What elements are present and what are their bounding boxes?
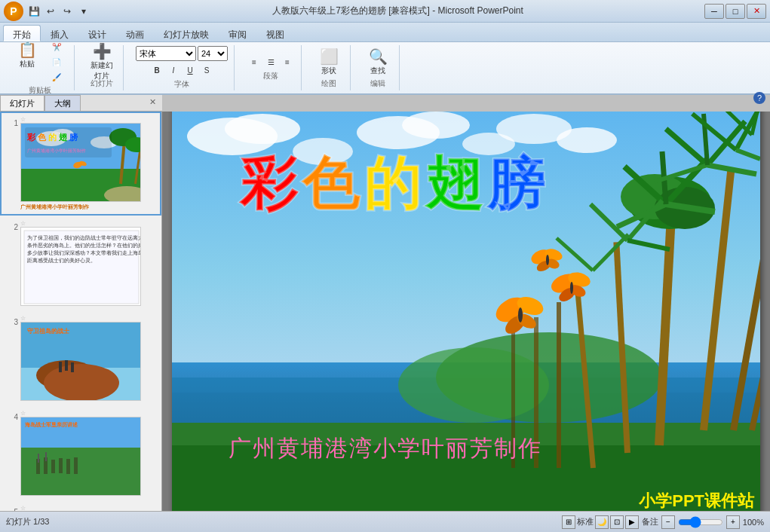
window-title: 人教版六年级上7彩色的翅膀 [兼容模式] - Microsoft PowerPo… [91,5,704,17]
ribbon: 开始 插入 设计 动画 幻灯片放映 审阅 视图 ? 📋 粘贴 ✂️ 📄 🖌️ 剪… [0,23,770,95]
slide-num-3: 3 [5,315,18,401]
svg-rect-31 [71,362,74,372]
slide-count-label: 幻灯片 1/33 [6,516,49,527]
svg-text:多少故事让我们深深感动？本文带着我们走上海岛，近: 多少故事让我们深深感动？本文带着我们走上海岛，近 [27,250,141,256]
tab-slides[interactable]: 幻灯片 [0,95,44,111]
svg-point-106 [570,282,573,294]
ribbon-group-clipboard: 📋 粘贴 ✂️ 📄 🖌️ 剪贴板 [6,45,75,90]
shapes-btn[interactable]: ⬜ 形状 [314,47,344,77]
svg-text:膀: 膀 [69,133,78,142]
svg-text:距离感受战士们的美好心灵。: 距离感受战士们的美好心灵。 [27,258,96,264]
align-right-btn[interactable]: ≡ [280,54,295,69]
svg-text:条件恶劣的海岛上。他们的生活怎样？在他们的身上有: 条件恶劣的海岛上。他们的生活怎样？在他们的身上有 [27,243,141,249]
status-left: 幻灯片 1/33 [6,516,556,527]
tab-insert[interactable]: 插入 [41,25,78,41]
new-slide-btn[interactable]: ➕ 新建幻灯片 [87,47,117,77]
char-5: 膀 [487,151,549,216]
svg-rect-41 [38,454,39,463]
svg-point-62 [398,347,549,423]
clipboard-label: 剪贴板 [29,85,51,96]
notes-label: 备注 [642,516,658,527]
tab-outline[interactable]: 大纲 [44,95,81,111]
tab-design[interactable]: 设计 [78,25,116,41]
panel-close-btn[interactable]: ✕ [143,95,162,111]
slide-star-4: ☆ [20,410,141,417]
tab-view[interactable]: 视图 [256,25,294,41]
restore-btn[interactable]: □ [726,4,745,19]
slide-thumb-1[interactable]: 1 ☆ [0,112,161,216]
zoom-out-btn[interactable]: − [661,515,675,529]
slide-star-3: ☆ [20,315,141,322]
zoom-in-btn[interactable]: + [726,515,740,529]
slide-star-1: ☆ [20,116,141,123]
underline-btn[interactable]: U [183,63,198,78]
view-grid-btn[interactable]: ⊡ [610,515,624,529]
font-family-select[interactable]: 宋体 [136,46,196,61]
editing-label: 编辑 [370,78,385,89]
svg-point-101 [518,307,523,323]
slide-thumbnail-4: 海岛战士军垦亲历讲述 [20,417,141,496]
slide-star-2: ☆ [20,220,141,227]
char-4: 翅 [425,151,487,216]
save-quick-btn[interactable]: 💾 [26,4,41,19]
svg-text:守卫祖岛的战士: 守卫祖岛的战士 [27,327,69,335]
view-slideshow-btn[interactable]: ▶ [625,515,639,529]
slide-thumb-4[interactable]: 4 ☆ [0,405,161,500]
slide-thumb-3[interactable]: 3 ☆ 守卫祖岛的战 [0,310,161,405]
customize-btn[interactable]: ▾ [76,4,91,19]
svg-point-28 [44,364,119,401]
slide-title: 彩色的翅膀 [240,155,549,212]
svg-point-111 [546,255,549,265]
align-left-btn[interactable]: ≡ [247,54,262,69]
view-tabs-row: 幻灯片 大纲 ✕ [0,95,162,112]
slide-num-1: 1 [5,116,18,211]
paste-btn[interactable]: 📋 粘贴 [12,40,42,70]
ribbon-content: 📋 粘贴 ✂️ 📄 🖌️ 剪贴板 ➕ 新建幻灯片 幻灯片 宋体 [0,42,770,93]
tab-slideshow[interactable]: 幻灯片放映 [154,25,219,41]
help-btn[interactable]: ? [753,92,765,104]
svg-text:的: 的 [48,133,57,142]
slide-panel: 1 ☆ [0,112,162,511]
slide-thumb-2[interactable]: 2 ☆ 为了保卫祖国，我们的边防战士常年驻守在远离大陆、 条件恶劣的海岛上。他们… [0,216,161,310]
slide-thumbnail-2: 为了保卫祖国，我们的边防战士常年驻守在远离大陆、 条件恶劣的海岛上。他们的生活怎… [20,227,141,306]
char-3: 的 [364,151,425,216]
svg-text:色: 色 [37,133,47,142]
bold-btn[interactable]: B [149,63,164,78]
char-1: 彩 [240,151,302,216]
view-mode-buttons: ⊞ 标准 🌙 ⊡ ▶ [562,515,639,529]
svg-rect-42 [45,452,47,461]
align-center-btn[interactable]: ☰ [263,54,278,69]
italic-btn[interactable]: I [166,63,181,78]
svg-rect-10 [25,127,112,157]
view-normal-btn[interactable]: ⊞ [562,515,575,529]
tab-start[interactable]: 开始 [3,25,41,41]
svg-rect-29 [59,362,62,372]
drawing-label: 绘图 [321,78,336,89]
slide-canvas[interactable]: 彩色的翅膀 广州黄埔港湾小学叶丽芳制作 小学PPT课件站 www.kjzhan.… [172,112,760,511]
window-controls: ─ □ ✕ [704,4,766,19]
svg-text:广州黄埔港湾小学叶丽芳制作: 广州黄埔港湾小学叶丽芳制作 [27,148,86,153]
svg-point-50 [225,114,300,144]
main-area: 1 ☆ [0,112,770,511]
copy-btn[interactable]: 📄 [45,55,68,69]
view-notes-btn[interactable]: 🌙 [595,515,609,529]
slides-group-label: 幻灯片 [90,78,113,89]
font-size-select[interactable]: 24 [198,46,228,61]
cut-btn[interactable]: ✂️ [45,40,68,54]
close-btn[interactable]: ✕ [747,4,766,19]
zoom-slider[interactable] [678,518,723,527]
svg-rect-37 [51,460,55,473]
ribbon-group-drawing: ⬜ 形状 绘图 [308,45,351,90]
find-btn[interactable]: 🔍 查找 [363,47,393,77]
shadow-btn[interactable]: S [199,63,214,78]
redo-btn[interactable]: ↪ [60,4,75,19]
slide-thumb-5[interactable]: 5 ☆ 三亿名大名军垦者走进了 三亿名大名军垦者走进大陆… [0,500,161,511]
svg-rect-20 [24,231,139,304]
status-right: ⊞ 标准 🌙 ⊡ ▶ 备注 − + 100% [562,515,764,529]
tab-animation[interactable]: 动画 [116,25,154,41]
minimize-btn[interactable]: ─ [704,4,724,19]
format-painter-btn[interactable]: 🖌️ [45,70,68,84]
tab-review[interactable]: 审阅 [219,25,256,41]
undo-btn[interactable]: ↩ [43,4,58,19]
thumb1-label: 广州黄埔港湾小学叶丽芳制作 [20,203,141,211]
